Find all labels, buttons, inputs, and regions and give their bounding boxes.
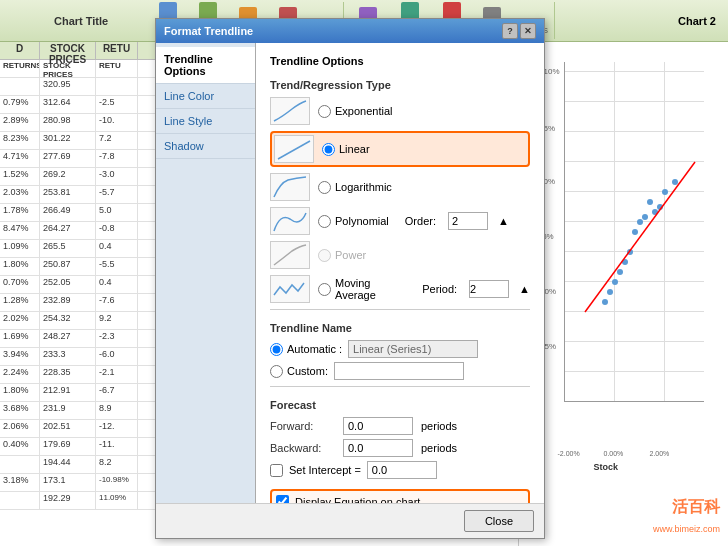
display-equation-row: Display Equation on chart <box>276 495 524 503</box>
dialog-body: Trendline Options Line Color Line Style … <box>156 43 544 503</box>
order-label: Order: <box>405 215 436 227</box>
dialog-footer: Close <box>156 503 544 538</box>
forward-input[interactable] <box>343 417 413 435</box>
display-equation-label: Display Equation on chart <box>295 496 420 504</box>
dialog-nav: Trendline Options Line Color Line Style … <box>156 43 256 503</box>
exponential-label[interactable]: Exponential <box>318 105 393 118</box>
polynomial-icon <box>270 207 310 235</box>
name-custom-input[interactable] <box>334 362 464 380</box>
moving-average-icon <box>270 275 310 303</box>
logarithmic-svg <box>272 175 308 199</box>
dialog-overlay: Format Trendline ? ✕ Trendline Options L… <box>0 0 728 546</box>
backward-unit: periods <box>421 442 457 454</box>
dialog-help-button[interactable]: ? <box>502 23 518 39</box>
format-trendline-dialog: Format Trendline ? ✕ Trendline Options L… <box>155 18 545 539</box>
set-intercept-input[interactable] <box>367 461 437 479</box>
moving-average-radio[interactable] <box>318 283 331 296</box>
trendline-row-moving-average: Moving Average Period: ▲ <box>270 275 530 303</box>
name-automatic-row: Automatic : <box>270 340 530 358</box>
trendline-options: Exponential Linear <box>270 97 530 303</box>
nav-item-line-style[interactable]: Line Style <box>156 109 255 134</box>
name-automatic-label[interactable]: Automatic : <box>270 343 342 356</box>
moving-average-label[interactable]: Moving Average <box>318 277 406 301</box>
name-automatic-text: Automatic : <box>287 343 342 355</box>
name-custom-text: Custom: <box>287 365 328 377</box>
dialog-content: Trendline Options Trend/Regression Type <box>256 43 544 503</box>
nav-item-line-color[interactable]: Line Color <box>156 84 255 109</box>
linear-radio[interactable] <box>322 143 335 156</box>
display-equation-checkbox[interactable] <box>276 495 289 503</box>
dialog-titlebar-buttons: ? ✕ <box>502 23 536 39</box>
power-radio[interactable] <box>318 249 331 262</box>
moving-average-svg <box>272 277 308 301</box>
nav-item-shadow[interactable]: Shadow <box>156 134 255 159</box>
order-spinner-up[interactable]: ▲ <box>498 215 509 227</box>
linear-svg <box>276 137 312 161</box>
polynomial-svg <box>272 209 308 233</box>
trendline-name-title: Trendline Name <box>270 322 530 334</box>
forward-unit: periods <box>421 420 457 432</box>
name-automatic-value-input <box>348 340 478 358</box>
trendline-row-polynomial: Polynomial Order: ▲ <box>270 207 530 235</box>
power-icon <box>270 241 310 269</box>
forward-label: Forward: <box>270 420 335 432</box>
forecast-forward-row: Forward: periods <box>270 417 530 435</box>
exponential-radio[interactable] <box>318 105 331 118</box>
period-spinner-up[interactable]: ▲ <box>519 283 530 295</box>
linear-icon <box>274 135 314 163</box>
order-input[interactable] <box>448 212 488 230</box>
set-intercept-label: Set Intercept = <box>289 464 361 476</box>
display-options-section: Display Equation on chart Display R-squa… <box>270 489 530 503</box>
dialog-close-x-button[interactable]: ✕ <box>520 23 536 39</box>
close-button[interactable]: Close <box>464 510 534 532</box>
set-intercept-checkbox[interactable] <box>270 464 283 477</box>
trendline-row-logarithmic: Logarithmic <box>270 173 530 201</box>
name-automatic-radio[interactable] <box>270 343 283 356</box>
logarithmic-radio[interactable] <box>318 181 331 194</box>
trendline-row-power: Power <box>270 241 530 269</box>
period-label: Period: <box>422 283 457 295</box>
logarithmic-label[interactable]: Logarithmic <box>318 181 392 194</box>
power-svg <box>272 243 308 267</box>
dialog-title: Format Trendline <box>164 25 253 37</box>
set-intercept-row: Set Intercept = <box>270 461 530 479</box>
backward-input[interactable] <box>343 439 413 457</box>
dialog-titlebar: Format Trendline ? ✕ <box>156 19 544 43</box>
forecast-title: Forecast <box>270 399 530 411</box>
polynomial-radio[interactable] <box>318 215 331 228</box>
period-input[interactable] <box>469 280 509 298</box>
name-custom-radio[interactable] <box>270 365 283 378</box>
trendline-row-exponential: Exponential <box>270 97 530 125</box>
exponential-icon <box>270 97 310 125</box>
polynomial-label[interactable]: Polynomial <box>318 215 389 228</box>
section-title: Trendline Options <box>270 55 530 67</box>
exponential-svg <box>272 99 308 123</box>
name-custom-label[interactable]: Custom: <box>270 365 328 378</box>
name-custom-row: Custom: <box>270 362 530 380</box>
subsection-trend-type: Trend/Regression Type <box>270 79 530 91</box>
nav-item-trendline-options[interactable]: Trendline Options <box>156 47 255 84</box>
linear-label[interactable]: Linear <box>322 143 370 156</box>
trendline-row-linear: Linear <box>270 131 530 167</box>
backward-label: Backward: <box>270 442 335 454</box>
power-label[interactable]: Power <box>318 249 366 262</box>
svg-line-15 <box>278 141 310 159</box>
logarithmic-icon <box>270 173 310 201</box>
forecast-backward-row: Backward: periods <box>270 439 530 457</box>
